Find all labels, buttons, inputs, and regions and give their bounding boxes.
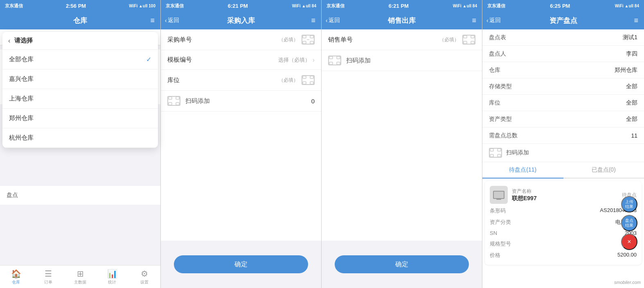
close-btn[interactable]: × xyxy=(621,234,637,250)
purchase-number-label: 采购单号 xyxy=(167,36,192,44)
svg-rect-34 xyxy=(496,199,501,200)
inventory-content: 盘点表 测试1 盘点人 李四 仓库 郑州仓库 存储类型 全部 库位 全部 资产类… xyxy=(482,29,644,288)
svg-rect-8 xyxy=(310,36,313,38)
inventory-tabs: 待盘点(11) 已盘点(0) xyxy=(482,162,644,179)
inventory-location-row: 库位 全部 xyxy=(482,95,644,111)
svg-rect-15 xyxy=(310,82,313,84)
location-right: （必填） xyxy=(279,75,315,85)
back-label-2: 返回 xyxy=(168,17,179,24)
dropdown-item-shanghai[interactable]: 上海仓库 xyxy=(2,89,158,109)
inventory-assettype-label: 资产类型 xyxy=(489,116,512,123)
dropdown-item-all[interactable]: 全部仓库 ✓ xyxy=(2,50,158,69)
asset-barcode-row: 条形码 AS2018041103 xyxy=(490,206,637,215)
dropdown-item-zhengzhou[interactable]: 郑州仓库 xyxy=(2,109,158,128)
status-bar-4: 京东通信 6:25 PM WiFi ▲ull 84 xyxy=(482,0,644,11)
svg-rect-21 xyxy=(471,36,474,38)
back-btn-2[interactable]: ‹ 返回 xyxy=(165,17,179,24)
sales-scan-row: 扫码添加 xyxy=(322,50,482,71)
svg-rect-30 xyxy=(490,154,493,157)
panel-purchase: 京东通信 6:21 PM WiFi ▲ull 84 ‹ 返回 采购入库 ≡ 采购… xyxy=(161,0,322,288)
inventory-person-value: 李四 xyxy=(626,50,637,58)
carrier-2: 京东通信 xyxy=(166,3,184,9)
scan-icon-5[interactable] xyxy=(328,56,341,65)
menu-icon-4[interactable]: ≡ xyxy=(634,16,638,25)
dropdown-item-label-2: 上海仓库 xyxy=(9,95,34,103)
tab-stats[interactable]: 📊 统计 xyxy=(96,269,128,285)
sales-confirm-btn[interactable]: 确定 xyxy=(335,255,469,273)
sales-scan-label: 扫码添加 xyxy=(346,57,371,65)
template-number-row: 模板编号 选择（必填） › xyxy=(161,50,321,70)
tab-pending[interactable]: 待盘点(11) xyxy=(482,162,563,179)
stats-tab-icon: 📊 xyxy=(107,269,117,279)
svg-rect-29 xyxy=(498,149,501,151)
purchase-confirm-btn[interactable]: 确定 xyxy=(174,255,308,273)
asset-barcode-label: 条形码 xyxy=(490,207,506,214)
tab-warehouse[interactable]: 🏠 仓库 xyxy=(0,269,32,285)
svg-rect-31 xyxy=(498,154,501,157)
purchase-number-right: （必填） xyxy=(279,35,315,45)
time-4: 6:25 PM xyxy=(550,3,570,9)
tab-bar-1: 🏠 仓库 ☰ 订单 ⊞ 主数据 📊 统计 ⚙ 设置 xyxy=(0,265,160,288)
orders-tab-label: 订单 xyxy=(44,279,52,285)
check-icon-0: ✓ xyxy=(146,56,151,63)
settings-tab-icon: ⚙ xyxy=(141,269,148,279)
asset-name-value: 联想E997 xyxy=(512,195,537,202)
inventory-warehouse-value: 郑州仓库 xyxy=(615,67,637,74)
nav-bar-2: ‹ 返回 采购入库 ≡ xyxy=(161,11,321,29)
tab-masterdata[interactable]: ⊞ 主数据 xyxy=(64,269,96,285)
dropdown-item-label-4: 杭州仓库 xyxy=(9,134,34,142)
nav-bar-1: 仓库 ≡ xyxy=(0,11,160,29)
sales-number-label: 销售单号 xyxy=(328,36,353,44)
sales-number-hint: （必填） xyxy=(439,36,459,43)
svg-rect-7 xyxy=(303,36,306,38)
back-btn-3[interactable]: ‹ 返回 xyxy=(326,17,340,24)
svg-rect-19 xyxy=(176,103,179,105)
asset-card-item: 资产名称 联想E997 待盘点 条形码 AS2018041103 资产分类 电脑… xyxy=(485,181,642,265)
scan-icon-4[interactable] xyxy=(462,35,475,45)
warehouse-tab-icon: 🏠 xyxy=(11,269,21,279)
nav-bar-3: ‹ 返回 销售出库 ≡ xyxy=(322,11,482,29)
svg-rect-9 xyxy=(303,41,306,44)
sales-form: 销售单号 （必填） xyxy=(322,29,482,241)
menu-icon-2[interactable]: ≡ xyxy=(311,16,315,25)
sales-confirm-area: 确定 xyxy=(322,241,482,288)
dropdown-title: 请选择 xyxy=(14,37,33,45)
scan-icon-2[interactable] xyxy=(302,75,315,85)
panel-sales: 京东通信 6:21 PM WiFi ▲ull 84 ‹ 返回 销售出库 ≡ 销售… xyxy=(322,0,482,288)
inventory-table-row: 盘点表 测试1 xyxy=(482,29,644,46)
asset-sn-label: SN xyxy=(490,230,497,236)
menu-icon-3[interactable]: ≡ xyxy=(472,16,476,25)
scan-icon-6[interactable] xyxy=(489,148,502,158)
menu-icon-1[interactable]: ≡ xyxy=(150,16,155,25)
svg-rect-33 xyxy=(494,192,504,198)
inventory-result-btn[interactable]: 盘点 结果 xyxy=(621,215,637,231)
template-number-right: 选择（必填） › xyxy=(278,56,315,64)
asset-price-label: 价格 xyxy=(490,252,500,259)
back-btn-4[interactable]: ‹ 返回 xyxy=(486,17,501,24)
inventory-location-label: 库位 xyxy=(489,99,500,107)
template-number-hint: 选择（必填） xyxy=(278,56,310,64)
tab-orders[interactable]: ☰ 订单 xyxy=(32,269,64,285)
inventory-person-row: 盘点人 李四 xyxy=(482,46,644,62)
dropdown-item-jiaxing[interactable]: 嘉兴仓库 xyxy=(2,69,158,89)
asset-thumbnail-icon xyxy=(490,186,508,204)
tab-completed[interactable]: 已盘点(0) xyxy=(563,162,644,178)
status-bar-1: 京东通信 2:56 PM WiFi ▲ull 100 xyxy=(0,0,160,11)
dropdown-item-hangzhou[interactable]: 杭州仓库 xyxy=(2,128,158,148)
inventory-scan-label: 扫码添加 xyxy=(506,149,529,156)
dropdown-header: ‹ 请选择 xyxy=(2,32,158,50)
inventory-storage-value: 全部 xyxy=(626,83,637,90)
stats-tab-label: 统计 xyxy=(108,279,116,285)
svg-rect-18 xyxy=(169,103,172,105)
upload-result-btn[interactable]: 上传 结果 xyxy=(621,196,637,212)
scan-icon-1[interactable] xyxy=(302,35,315,45)
template-arrow-icon[interactable]: › xyxy=(313,56,315,64)
location-hint: （必填） xyxy=(279,77,298,84)
inventory-total-label: 需盘点总数 xyxy=(489,132,518,139)
dropdown-back-icon[interactable]: ‹ xyxy=(8,37,10,45)
scan-icon-3[interactable] xyxy=(167,96,180,106)
tab-settings[interactable]: ⚙ 设置 xyxy=(128,269,160,285)
inventory-scan-row: 扫码添加 xyxy=(482,144,644,162)
svg-rect-16 xyxy=(169,97,172,99)
asset-sn-row: SN 2003 xyxy=(490,229,637,237)
